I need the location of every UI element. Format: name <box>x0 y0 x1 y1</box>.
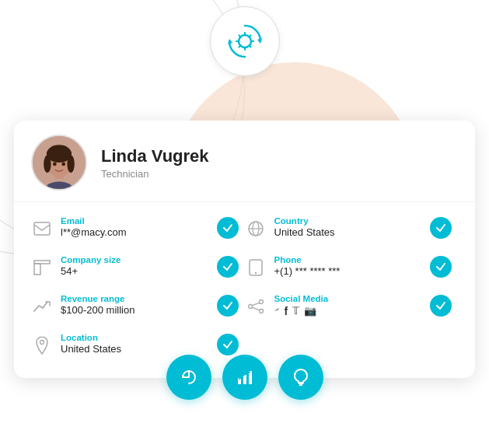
svg-point-19 <box>61 163 65 166</box>
twitter-icon: 𝕋 <box>292 305 299 317</box>
social-media-field: Social Media 𝃌 f 𝕋 📷 <box>245 286 459 325</box>
company-size-field: Company size 54+ <box>31 247 245 286</box>
company-size-content: Company size 54+ <box>61 255 212 277</box>
card-header: Linda Vugrek Technician <box>14 121 475 202</box>
action-buttons <box>166 355 323 400</box>
company-size-verified-badge <box>217 256 239 278</box>
svg-point-18 <box>53 163 57 166</box>
svg-point-33 <box>40 341 44 345</box>
svg-line-10 <box>239 45 240 47</box>
stats-button[interactable] <box>222 355 267 400</box>
svg-point-29 <box>259 310 263 313</box>
revenue-verified-badge <box>217 295 239 317</box>
svg-point-17 <box>67 156 74 173</box>
svg-point-27 <box>254 272 256 274</box>
social-media-icon <box>245 296 267 317</box>
chart-button[interactable] <box>166 355 211 400</box>
phone-content: Phone +(1) *** **** *** <box>274 255 426 277</box>
fields-grid: Email l**@macy.com Country <box>14 202 475 364</box>
country-content: Country United States <box>274 216 426 238</box>
gear-icon-circle <box>210 6 280 76</box>
email-verified-badge <box>217 217 239 239</box>
phone-field: Phone +(1) *** **** *** <box>245 247 459 286</box>
country-field: Country United States <box>245 208 459 247</box>
phone-icon <box>245 257 267 278</box>
svg-point-30 <box>248 305 252 309</box>
country-icon <box>245 218 267 240</box>
svg-rect-36 <box>249 371 252 384</box>
user-title: Technician <box>101 168 209 180</box>
location-verified-badge <box>217 334 239 355</box>
social-icons-row: 𝃌 f 𝕋 📷 <box>274 305 426 317</box>
svg-rect-25 <box>34 261 50 264</box>
svg-point-28 <box>259 300 263 304</box>
revenue-range-field: Revenue range $100-200 million <box>31 286 245 325</box>
location-icon <box>31 334 53 356</box>
email-icon <box>31 218 53 240</box>
svg-rect-20 <box>34 222 50 235</box>
email-content: Email l**@macy.com <box>61 216 212 238</box>
social-verified-badge <box>430 295 452 317</box>
revenue-content: Revenue range $100-200 million <box>61 294 212 316</box>
svg-line-32 <box>252 307 260 310</box>
phone-verified-badge <box>430 256 452 278</box>
revenue-icon <box>31 296 53 317</box>
gear-icon <box>223 19 267 63</box>
instagram-icon: 📷 <box>304 305 316 317</box>
svg-point-16 <box>44 156 51 173</box>
company-size-icon <box>31 257 53 278</box>
email-field: Email l**@macy.com <box>31 208 245 247</box>
svg-line-31 <box>252 303 260 305</box>
location-content: Location United States <box>61 333 212 355</box>
svg-line-7 <box>239 36 240 37</box>
facebook-icon: f <box>285 305 288 317</box>
svg-rect-24 <box>34 264 40 275</box>
idea-button[interactable] <box>278 355 323 400</box>
social-media-content: Social Media 𝃌 f 𝕋 📷 <box>274 294 426 317</box>
avatar <box>31 135 87 191</box>
linkedin-icon: 𝃌 <box>274 305 280 317</box>
profile-card: Linda Vugrek Technician Email l**@macy.c… <box>14 121 475 378</box>
svg-line-8 <box>249 45 250 47</box>
country-verified-badge <box>430 217 452 239</box>
user-name: Linda Vugrek <box>101 146 209 166</box>
user-info: Linda Vugrek Technician <box>101 146 209 180</box>
svg-line-9 <box>249 36 250 37</box>
